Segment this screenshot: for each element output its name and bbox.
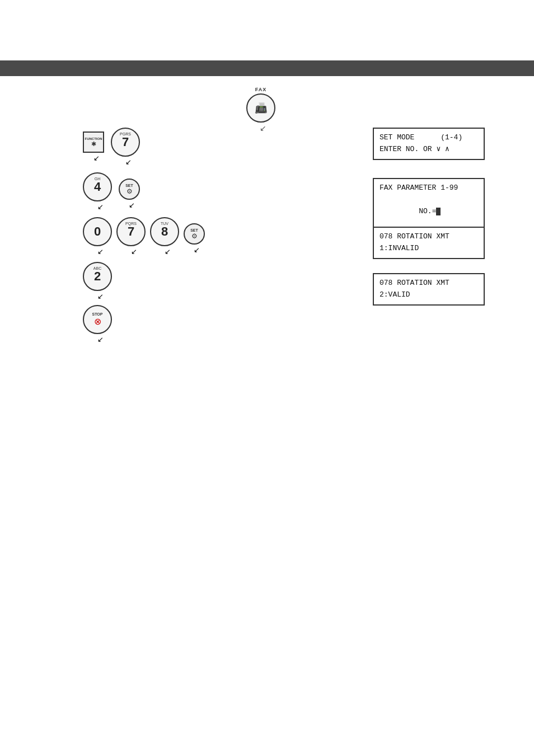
key-7-top-label: PGRS [120,132,131,136]
set1-hand: ↙ [129,201,135,209]
set-icon-1: ⚙ [127,187,133,195]
button-row-5: STOP ⊗ ↙ [83,305,112,344]
key-8-top-label: TUV [161,222,168,226]
key-4-button[interactable]: GH 4 [83,172,112,201]
lcd2-line1: FAX PARAMETER 1-99 [380,182,478,194]
key-2-number: 2 [94,270,101,283]
key-4-number: 4 [94,181,101,193]
fax-label: FAX [255,87,267,92]
key2-hand: ↙ [97,292,104,300]
lcd3-line1: 078 ROTATION XMT [380,231,478,243]
key-2-top-label: ABC [93,266,101,270]
key-7-number: 7 [122,136,129,148]
fax-button-area: FAX 📠 ↙ [246,87,275,133]
function-button[interactable]: FUNCTION ✱ [83,132,104,153]
key-0-number: 0 [94,226,101,238]
key-7b-number: 7 [128,226,134,238]
lcd3-line2: 1:INVALID [380,243,478,255]
stop-hand: ↙ [97,335,104,344]
stop-label: STOP [92,312,103,316]
function-hand: ↙ [93,154,100,162]
key0-hand: ↙ [97,247,104,256]
key-7b-button[interactable]: PQRS 7 [116,217,146,246]
key7-hand: ↙ [125,158,132,166]
cursor-block [436,208,441,215]
set-button-1[interactable]: SET ⚙ [119,179,140,200]
key7b-hand: ↙ [131,247,137,256]
key-8-number: 8 [161,226,168,238]
fax-icon: 📠 [255,102,267,114]
lcd-display-3: 078 ROTATION XMT 1:INVALID [373,227,485,259]
button-row-3: 0 ↙ PQRS 7 ↙ TUV 8 ↙ SET ⚙ ↙ [83,217,205,256]
button-row-1: FUNCTION ✱ ↙ PGRS 7 ↙ [83,128,140,166]
lcd-display-1: SET MODE (1-4) ENTER NO. OR ∨ ∧ [373,128,485,160]
stop-icon: ⊗ [94,316,101,327]
lcd1-line1: SET MODE (1-4) [380,132,478,144]
lcd1-line2: ENTER NO. OR ∨ ∧ [380,144,478,156]
key8-hand: ↙ [165,247,171,256]
header-bar [0,60,534,76]
key4-hand: ↙ [97,203,104,211]
lcd4-line1: 078 ROTATION XMT [380,278,478,289]
set-label-2: SET [190,228,198,232]
fax-button[interactable]: 📠 [246,93,275,123]
lcd2-line2: NO.= [380,194,478,229]
lcd4-line2: 2:VALID [380,289,478,301]
key-4-top-label: GH [95,177,101,181]
lcd-display-2: FAX PARAMETER 1-99 NO.= [373,178,485,233]
lcd2-line2-text: NO.= [397,207,436,215]
key-2-button[interactable]: ABC 2 [83,262,112,291]
key-7-button[interactable]: PGRS 7 [111,128,140,157]
set-icon-2: ⚙ [191,232,198,240]
fax-hand-indicator: ↙ [260,124,266,133]
key-7b-top-label: PQRS [125,222,137,226]
function-icon: ✱ [91,140,96,148]
lcd-display-4: 078 ROTATION XMT 2:VALID [373,273,485,306]
set-button-2[interactable]: SET ⚙ [184,223,205,245]
button-row-4: ABC 2 ↙ [83,262,112,300]
key-0-button[interactable]: 0 [83,217,112,246]
key-8-button[interactable]: TUV 8 [150,217,179,246]
button-row-2: GH 4 ↙ SET ⚙ ↙ [83,172,140,211]
set-label-1: SET [125,184,133,187]
set2-hand: ↙ [194,246,200,254]
stop-button[interactable]: STOP ⊗ [83,305,112,334]
